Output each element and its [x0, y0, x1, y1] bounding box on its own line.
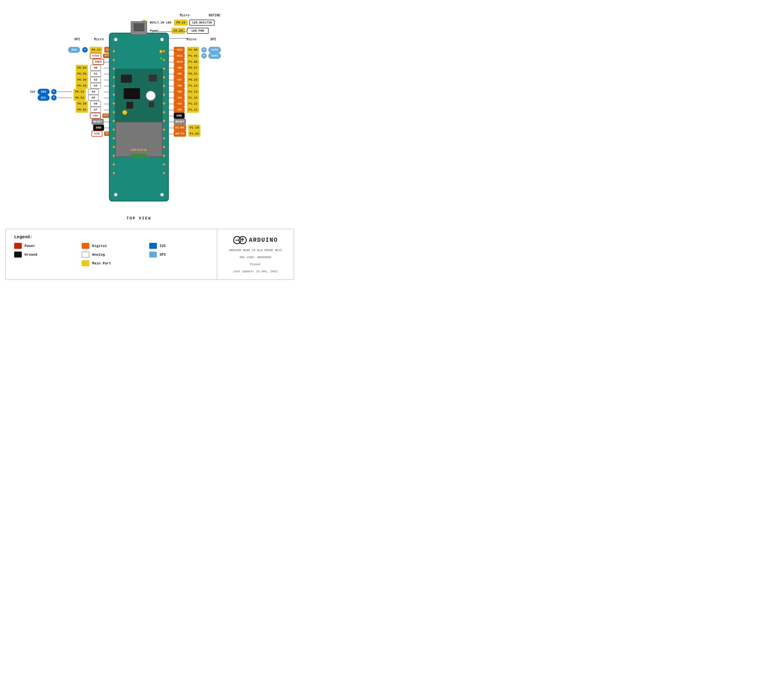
label-power: Power — [25, 244, 35, 248]
pin-hole — [162, 154, 165, 157]
pin-hole — [162, 111, 165, 113]
right-col-headers: Micro SPI — [182, 38, 220, 41]
pin-row-d2: ~D2 P1.11 — [174, 107, 199, 113]
pin-hole — [162, 50, 165, 53]
line-a1 — [104, 74, 109, 74]
pin-hole — [162, 128, 165, 131]
label-digital: Digital — [92, 244, 107, 248]
legend-item-i2c: I2C — [149, 243, 209, 249]
d6-pin: ~D6 — [174, 83, 185, 89]
pinout-type: Pinout — [250, 263, 261, 267]
hole-bl — [114, 193, 118, 197]
pin-hole — [112, 50, 115, 53]
led-green-board — [159, 57, 162, 60]
d9-micro: P0.27 — [187, 65, 199, 71]
scl-line-h — [58, 98, 72, 98]
last-update: Last update: 22 Dec, 2022 — [233, 269, 278, 274]
d8-pin: ~D8 — [174, 71, 185, 77]
pin-row-a4: I2C SDA D P0.31 A4 — [27, 89, 99, 95]
pin-row-a6: P0.28 A6 — [76, 101, 101, 107]
d1rx-micro: P1.10 — [188, 125, 200, 131]
line-a4 — [104, 92, 109, 92]
pin-row-d4: ~D4 P1.15 — [174, 95, 199, 101]
legend-section: Legend: Power Digital I2C — [6, 229, 217, 279]
d11-spi-circle: D — [201, 53, 207, 58]
line-a5 — [104, 98, 109, 98]
legend-grid: Power Digital I2C Ground — [14, 243, 209, 266]
a0-micro: P0.04 — [76, 65, 88, 71]
line-d8 — [169, 74, 174, 74]
led-builtin-define: LED_BUILTIN — [189, 20, 215, 25]
line-a6 — [104, 104, 109, 104]
pin-row-d8: ~D8 P0.21 — [174, 71, 199, 77]
a1-pin: A1 — [90, 71, 101, 77]
pin-hole — [162, 102, 165, 105]
line-reset-l — [104, 122, 109, 122]
line-a7 — [104, 110, 109, 110]
swatch-analog — [82, 252, 89, 258]
d3-pin: ~D3 — [174, 101, 185, 107]
pin-row-d10: ~D10 P1.02 — [174, 59, 199, 65]
sda-line-h — [58, 91, 72, 92]
pin-hole — [112, 163, 115, 166]
pin-hole — [162, 146, 165, 148]
i2c-col-a4: I2C — [27, 90, 35, 93]
legend-item-ground: Ground — [14, 252, 74, 258]
d3-micro: P1.12 — [187, 101, 199, 107]
a6-micro: P0.28 — [76, 101, 88, 107]
d7-pin: ~D7 — [174, 77, 185, 83]
gnd-r-pin: GND — [174, 113, 185, 119]
pin-row-aref: AREF — [93, 59, 104, 65]
main-container: BUILT_IN LED P0.13 LED_BUILTIN Power P1.… — [0, 0, 299, 285]
gnd-l-pin: GND — [93, 125, 104, 131]
pin-row-a0: P0.04 A0 — [76, 65, 101, 71]
line-aref — [104, 62, 109, 62]
d0tx-pin: D0/TX — [174, 131, 186, 137]
pin-hole — [112, 128, 115, 131]
5v-pin: +5V — [90, 113, 101, 119]
line-d9 — [169, 68, 174, 68]
led-pwr-define: LED_PWR — [187, 28, 209, 34]
swatch-ground — [14, 252, 22, 258]
footer: Legend: Power Digital I2C — [5, 229, 294, 280]
arduino-logo: ARDUINO — [233, 235, 278, 245]
line-a2 — [104, 80, 109, 80]
sda-badge: SDA — [38, 89, 50, 95]
swatch-mainpart — [82, 260, 89, 266]
define-header-led: DEFINE — [209, 14, 220, 17]
3v3-pin: +3V3 — [90, 53, 101, 59]
d7-micro: P0.23 — [187, 77, 199, 83]
line-a0 — [104, 68, 109, 68]
swatch-digital — [82, 243, 89, 249]
pin-row-gnd-l: GND — [93, 125, 104, 131]
pin-hole — [112, 137, 115, 140]
line-reset-r — [169, 122, 174, 122]
line-d11 — [169, 56, 174, 57]
pin-row-a5: SCL D P0.02 A5 — [28, 95, 99, 101]
pin-row-d1rx: D1/RX P1.10 — [174, 125, 200, 131]
legend-item-analog: Analog — [82, 252, 141, 258]
d11-pin: ~D11 — [174, 53, 185, 59]
d4-pin: ~D4 — [174, 95, 185, 101]
line-d0tx — [169, 134, 174, 134]
pin-hole — [112, 67, 115, 70]
usb-connector — [131, 21, 147, 35]
d12-spi-circle: D — [201, 47, 207, 53]
line-d5 — [169, 92, 174, 92]
led-builtin-hline — [152, 31, 187, 32]
d5-pin: ~D5 — [174, 89, 185, 95]
line-d6 — [169, 86, 174, 86]
line-d2 — [169, 110, 174, 110]
chip-label: nRF52840 — [131, 148, 147, 152]
led-pwr-label-text: Power — [150, 29, 159, 32]
a2-pin: A2 — [90, 77, 101, 83]
hole-br — [160, 193, 164, 197]
line-d1rx — [169, 128, 174, 128]
pin-hole — [162, 67, 165, 70]
a5-micro: P0.02 — [74, 95, 86, 101]
d5-micro: P1.13 — [187, 89, 199, 95]
pin-hole — [162, 76, 165, 79]
a4-pin: A4 — [88, 89, 99, 95]
led-yellow-board — [159, 50, 162, 53]
pin-hole — [162, 120, 165, 122]
